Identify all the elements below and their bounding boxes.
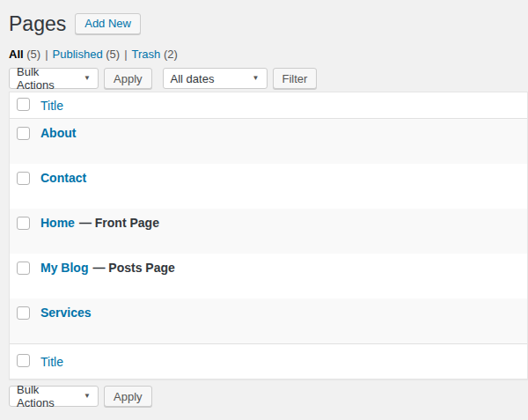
view-separator: | [124, 48, 127, 61]
row-checkbox[interactable] [17, 262, 30, 275]
table-footer-row: Title [10, 343, 527, 379]
table-body: About Contact Home— Front Page My Blog— … [10, 119, 527, 343]
page-header: Pages Add New [9, 0, 528, 35]
pages-admin-screen: Pages Add New All (5)|Published (5)|Tras… [9, 0, 528, 407]
row-checkbox[interactable] [17, 217, 30, 230]
row-checkbox[interactable] [17, 306, 30, 320]
title-column-header[interactable]: Title [40, 99, 63, 113]
view-trash-count: (2) [164, 48, 178, 61]
bulk-actions-select-bottom[interactable]: Bulk Actions ▼ [9, 386, 99, 407]
view-trash-link[interactable]: Trash [132, 48, 161, 61]
page-title: Pages [9, 12, 66, 35]
chevron-down-icon: ▼ [253, 75, 260, 82]
post-state-label: — Front Page [79, 216, 159, 230]
select-all-checkbox[interactable] [17, 354, 30, 367]
row-checkbox[interactable] [17, 127, 30, 140]
bulk-actions-select[interactable]: Bulk Actions ▼ [9, 68, 99, 89]
page-title-link[interactable]: My Blog [40, 261, 88, 275]
dates-filter-select[interactable]: All dates ▼ [163, 68, 268, 89]
view-separator: | [45, 48, 48, 61]
page-title-link[interactable]: Services [40, 306, 92, 320]
page-title-link[interactable]: Contact [40, 171, 86, 185]
page-title-link[interactable]: Home [40, 216, 75, 230]
view-filter-links: All (5)|Published (5)|Trash (2) [9, 48, 528, 61]
table-row: About [10, 119, 527, 164]
view-all-link[interactable]: All (5) [9, 48, 40, 61]
table-footer: Title [10, 343, 527, 379]
tablenav-bottom: Bulk Actions ▼ Apply [9, 386, 528, 407]
row-checkbox[interactable] [17, 172, 30, 185]
chevron-down-icon: ▼ [84, 393, 91, 400]
title-column-footer[interactable]: Title [40, 355, 63, 369]
add-new-button[interactable]: Add New [75, 13, 141, 34]
view-all-count: (5) [26, 48, 40, 61]
table-header-row: Title [10, 92, 527, 119]
post-state-label: — Posts Page [92, 261, 174, 275]
table-row: Services [10, 298, 527, 343]
select-all-checkbox[interactable] [17, 98, 30, 111]
view-published-link[interactable]: Published [53, 48, 103, 61]
apply-button-bottom[interactable]: Apply [104, 386, 152, 407]
filter-button[interactable]: Filter [273, 68, 318, 89]
page-title-link[interactable]: About [40, 126, 76, 140]
table-row: Contact [10, 164, 527, 209]
view-published-count: (5) [106, 48, 120, 61]
pages-list-table: Title About Contact Home— Front Page My … [9, 92, 528, 379]
chevron-down-icon: ▼ [84, 75, 91, 82]
table-row: Home— Front Page [10, 209, 527, 254]
apply-button[interactable]: Apply [104, 68, 152, 89]
table-row: My Blog— Posts Page [10, 254, 527, 298]
tablenav-top: Bulk Actions ▼ Apply All dates ▼ Filter [9, 68, 528, 89]
table-header: Title [10, 92, 527, 119]
